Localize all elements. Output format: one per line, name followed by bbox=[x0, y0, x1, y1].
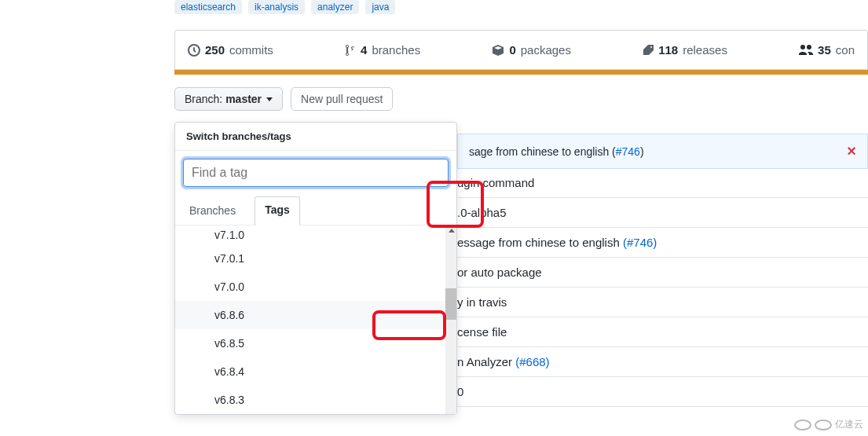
list-item[interactable]: essage from chinese to english (#746) bbox=[457, 228, 868, 258]
dropdown-tabs: Branches Tags bbox=[175, 196, 456, 225]
list-item[interactable]: n Analyzer (#668) bbox=[457, 347, 868, 377]
list-item[interactable]: .0-alpha5 bbox=[457, 198, 868, 228]
toolbar: Branch: master New pull request bbox=[174, 87, 868, 111]
close-icon[interactable]: × bbox=[847, 142, 856, 160]
topic-tag[interactable]: analyzer bbox=[311, 0, 359, 14]
banner-text: sage from chinese to english (#746) bbox=[469, 145, 644, 158]
branches-label: branches bbox=[372, 43, 420, 57]
tag-search-input[interactable] bbox=[183, 159, 449, 187]
tag-item[interactable]: v7.1.0 bbox=[175, 225, 456, 244]
watermark: 亿速云 bbox=[794, 418, 863, 431]
tag-item[interactable]: v6.8.6 bbox=[175, 301, 456, 329]
tag-icon bbox=[643, 44, 654, 57]
package-icon bbox=[492, 44, 504, 57]
commits-label: commits bbox=[229, 43, 273, 57]
branches-link[interactable]: 4 branches bbox=[332, 38, 433, 61]
contributors-count: 35 bbox=[818, 43, 831, 57]
list-item[interactable]: ugin command bbox=[457, 168, 868, 198]
scroll-up-icon[interactable] bbox=[449, 229, 455, 233]
topics-row: elasticsearch ik-analysis analyzer java bbox=[174, 0, 868, 22]
dropdown-title: Switch branches/tags bbox=[175, 123, 456, 151]
info-banner: sage from chinese to english (#746) × bbox=[457, 134, 868, 169]
history-icon bbox=[188, 44, 200, 57]
packages-count: 0 bbox=[509, 43, 515, 57]
releases-count: 118 bbox=[658, 43, 678, 57]
topic-tag[interactable]: elasticsearch bbox=[174, 0, 242, 14]
list-item[interactable]: cense file bbox=[457, 317, 868, 347]
list-item[interactable]: 0 bbox=[457, 377, 868, 407]
dropdown-search-wrap bbox=[175, 151, 456, 192]
tag-item[interactable]: v7.0.1 bbox=[175, 244, 456, 273]
branch-icon bbox=[345, 44, 356, 57]
branch-prefix: Branch: bbox=[185, 93, 222, 105]
cloud-icon bbox=[815, 420, 832, 431]
commits-count: 250 bbox=[205, 43, 225, 57]
tag-item[interactable]: v6.8.3 bbox=[175, 386, 456, 414]
tag-item[interactable]: v7.0.0 bbox=[175, 273, 456, 301]
cloud-icon bbox=[794, 420, 811, 431]
issue-link[interactable]: (#746) bbox=[623, 236, 657, 249]
scrollbar-thumb[interactable] bbox=[445, 288, 456, 320]
topic-tag[interactable]: ik-analysis bbox=[248, 0, 305, 14]
packages-label: packages bbox=[521, 43, 571, 57]
topic-tag[interactable]: java bbox=[365, 0, 395, 14]
issue-link[interactable]: #746 bbox=[616, 145, 640, 158]
watermark-text: 亿速云 bbox=[835, 418, 863, 431]
chevron-down-icon bbox=[266, 97, 273, 101]
issue-link[interactable]: (#668) bbox=[515, 355, 549, 368]
tab-tags[interactable]: Tags bbox=[255, 196, 300, 225]
tab-branches[interactable]: Branches bbox=[186, 196, 239, 225]
tag-list[interactable]: v7.1.0 v7.0.1 v7.0.0 v6.8.6 v6.8.5 v6.8.… bbox=[175, 225, 456, 414]
releases-label: releases bbox=[683, 43, 727, 57]
tag-item[interactable]: v6.8.4 bbox=[175, 357, 456, 386]
branches-count: 4 bbox=[361, 43, 367, 57]
scrollbar-track bbox=[445, 225, 456, 414]
branch-select-button[interactable]: Branch: master bbox=[174, 87, 283, 111]
packages-link[interactable]: 0 packages bbox=[479, 38, 584, 61]
commits-link[interactable]: 250 commits bbox=[175, 38, 286, 61]
list-item[interactable]: y in travis bbox=[457, 288, 868, 317]
commit-rows: ugin command .0-alpha5 essage from chine… bbox=[457, 168, 868, 407]
releases-link[interactable]: 118 releases bbox=[630, 38, 740, 61]
list-item[interactable]: or auto package bbox=[457, 258, 868, 288]
people-icon bbox=[799, 45, 813, 56]
contributors-label: con bbox=[836, 43, 855, 57]
tag-item[interactable]: v6.8.5 bbox=[175, 329, 456, 357]
contributors-link[interactable]: 35 con bbox=[786, 38, 867, 61]
branch-tag-dropdown: Switch branches/tags Branches Tags v7.1.… bbox=[174, 122, 457, 415]
new-pull-request-button[interactable]: New pull request bbox=[291, 87, 393, 111]
language-bar bbox=[174, 70, 868, 75]
repo-summary-bar: 250 commits 4 branches 0 packages 118 re… bbox=[174, 30, 868, 70]
branch-name: master bbox=[225, 93, 262, 105]
